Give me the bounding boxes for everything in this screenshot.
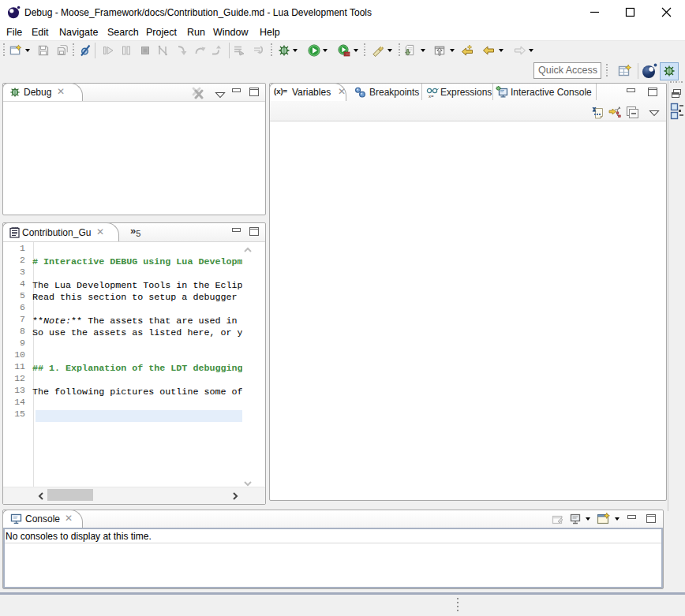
svg-text:x=: x= <box>429 94 434 99</box>
